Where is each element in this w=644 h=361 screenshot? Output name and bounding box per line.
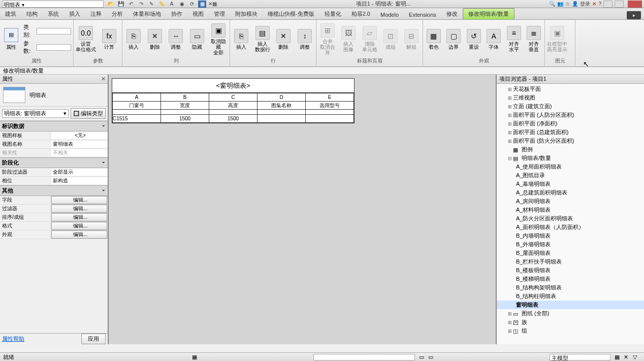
prop-section-header[interactable]: 标识数据⌄ [0,121,108,132]
ribbon-tab[interactable]: 插入 [64,9,85,19]
tree-item[interactable]: B_楼板明细表 [497,266,644,275]
qat-redo-icon[interactable]: ↷ [137,1,145,8]
tree-item[interactable]: A_材料明细表 [497,206,644,214]
ribbon-button[interactable]: ▢边界 [445,29,463,50]
schedule-cell[interactable]: C1515 [113,115,161,123]
expand-icon[interactable]: ⊞ [507,311,513,316]
tree-item[interactable]: A_总建筑面积明细表 [497,188,644,197]
recent-icon[interactable]: 👥 [557,1,563,7]
ribbon-tab[interactable]: 修改 [441,9,463,19]
schedule-header-cell[interactable]: 宽度 [161,102,209,110]
schedule-col-letter[interactable]: B [161,93,209,102]
login-link[interactable]: 登录 [580,1,590,8]
ribbon-button[interactable]: ▣取消隐藏 全部 [209,23,228,55]
qat-3d-icon[interactable]: ◉ [178,1,186,8]
tree-item[interactable]: B_外墙明细表 [497,240,644,249]
ribbon-button[interactable]: ▤插入 数据行 [253,26,272,52]
tree-item[interactable]: A_幕墙明细表 [497,180,644,188]
prop-edit-button[interactable]: 编辑... [51,222,107,230]
minimize-button[interactable] [603,1,613,8]
ribbon-tab[interactable]: 轻量化 [319,9,346,19]
schedule-cell[interactable] [257,115,306,123]
schedule-table[interactable]: <窗明细表> ABCDE门窗号宽度高度图集名称选用型号C151515001500 [112,78,355,123]
ribbon-button[interactable]: ↺重设 [465,29,482,50]
favorite-icon[interactable]: ☆ [565,1,570,7]
ribbon-tab[interactable]: 橄榄山快模-免费版 [263,9,319,19]
tree-item[interactable]: A_使用面积明细表 [497,162,644,171]
tree-item[interactable]: ⊞◫组 [497,326,644,335]
tree-item[interactable]: ⊞面积平面 (总建筑面积) [497,128,644,137]
expand-icon[interactable]: ⊞ [507,104,513,109]
ribbon-button[interactable]: ⎘插入 [124,29,143,50]
ribbon-tab[interactable]: 建筑 [0,9,21,19]
qat-save-icon[interactable]: 💾 [117,1,125,8]
ribbon-tab[interactable]: 修改明细表/数量 [463,8,514,19]
qat-text-icon[interactable]: A [168,1,176,8]
ribbon-button[interactable]: ✕删除 [146,29,164,50]
schedule-header-cell[interactable]: 图集名称 [257,102,306,110]
prop-edit-button[interactable]: 编辑... [51,205,107,213]
tree-item[interactable]: ▦图例 [497,145,644,154]
expand-icon[interactable]: ⊞ [507,139,513,144]
maximize-button[interactable] [615,1,624,8]
ribbon-tab[interactable]: 系统 [43,9,64,19]
prop-value[interactable]: <无> [51,132,108,139]
tree-item[interactable]: A_防火分区面积明细表 [497,214,644,223]
qat-open-icon[interactable]: 📂 [107,1,115,8]
expand-icon[interactable]: ⊟ [507,156,513,161]
tree-item[interactable]: ⊞面积平面 (防火分区面积) [497,137,644,145]
status-icon-4[interactable]: ▦ [615,354,622,360]
expand-icon[interactable]: ⊞ [507,320,513,325]
prop-value[interactable]: 窗明细表 [51,141,108,148]
tree-item[interactable]: B_楼梯明细表 [497,275,644,283]
ribbon-tab[interactable]: 柏慕2.0 [346,9,375,19]
category-field[interactable] [37,28,71,35]
prop-edit-button[interactable]: 编辑... [51,231,107,239]
ribbon-button[interactable]: ↔调整 [167,29,185,50]
view-selector-status[interactable]: 主模型 [550,354,610,360]
tree-item[interactable]: A_面积明细表（人防面积） [497,223,644,232]
user-icon[interactable]: 👤 [572,1,578,7]
tree-item[interactable]: B_结构构架明细表 [497,283,644,292]
properties-button[interactable]: 属性 [6,44,16,51]
tree-item[interactable]: A_图纸目录 [497,171,644,180]
tree-item[interactable]: ⊞面积平面 (净面积) [497,119,644,128]
ribbon-button[interactable]: ≡对齐 水平 [505,26,523,52]
status-icon-6[interactable]: ▽ [633,354,640,360]
tree-item[interactable]: 窗明细表 [497,301,644,309]
expand-icon[interactable]: ⊞ [507,130,513,135]
tree-item[interactable]: B_内墙明细表 [497,232,644,240]
ribbon-tab[interactable]: 分析 [107,9,128,19]
qat-sync-icon[interactable]: ⟳ [188,1,196,8]
tree-item[interactable]: ⊞天花板平面 [497,85,644,93]
prop-value[interactable]: 新构造 [51,177,108,184]
type-selector[interactable]: 明细表: 窗明细表▾ [2,109,69,118]
ribbon-tab[interactable]: Modelo [375,10,404,19]
status-icon-5[interactable]: ✕ [624,354,631,360]
tree-item[interactable]: ⊞▭图纸 (全部) [497,309,644,318]
properties-icon[interactable]: ▤ [4,28,18,42]
tree-item[interactable]: ⊞面积平面 (人防分区面积) [497,111,644,119]
schedule-header-cell[interactable]: 选用型号 [306,102,354,110]
tree-item[interactable]: ⊞三维视图 [497,93,644,102]
qat-measure-icon[interactable]: 📏 [157,1,166,8]
drawing-canvas[interactable]: <窗明细表> ABCDE门窗号宽度高度图集名称选用型号C151515001500 [109,75,496,344]
prop-edit-button[interactable]: 编辑... [51,196,107,204]
status-icon-1[interactable]: ▦ [192,354,199,360]
ribbon-tab[interactable]: 附加模块 [230,9,263,19]
schedule-col-letter[interactable]: A [113,93,161,102]
parameter-field[interactable] [37,44,71,51]
schedule-col-letter[interactable]: E [306,93,354,102]
prop-value[interactable]: 不相关 [51,149,108,156]
qat-close-hidden-icon[interactable]: ✕▦ [208,1,216,8]
tree-item[interactable]: B_栏杆扶手明细表 [497,257,644,266]
properties-close-icon[interactable]: ✕ [101,76,106,82]
ribbon-tab[interactable]: 视图 [187,9,209,19]
prop-section-header[interactable]: 阶段化⌄ [0,157,108,168]
ribbon-button[interactable]: ▭隐藏 [188,29,206,50]
ribbon-button[interactable]: fx计算 [99,29,119,50]
qat-undo-icon[interactable]: ↶ [127,1,135,8]
expand-icon[interactable]: ⊞ [507,113,513,118]
ribbon-tab[interactable]: 结构 [21,9,43,19]
edit-type-button[interactable]: 🔲 编辑类型 [71,108,106,119]
